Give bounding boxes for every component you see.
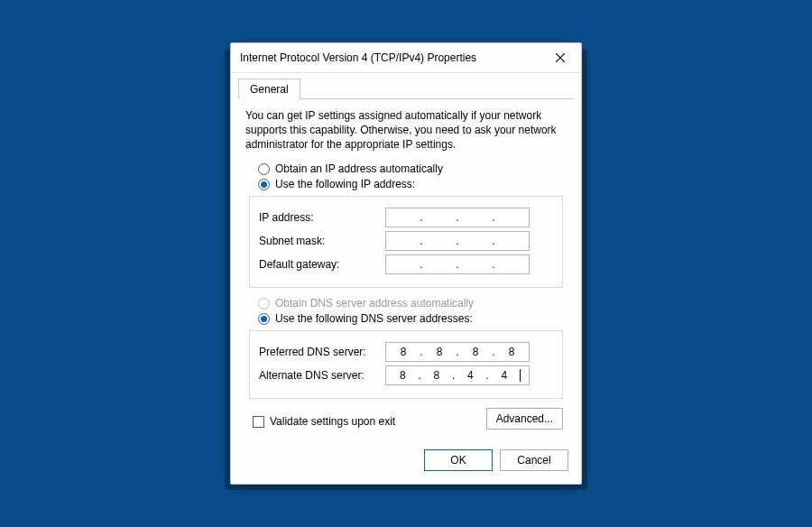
- alternate-dns-input[interactable]: 8. 8. 4. 4: [385, 365, 530, 385]
- radio-label: Obtain an IP address automatically: [275, 162, 443, 175]
- tabs: General: [238, 79, 574, 99]
- dialog-buttons: OK Cancel: [231, 440, 581, 484]
- radio-label: Obtain DNS server address automatically: [275, 297, 474, 310]
- dialog-body: You can get IP settings assigned automat…: [231, 99, 581, 441]
- titlebar: Internet Protocol Version 4 (TCP/IPv4) P…: [231, 43, 581, 73]
- ip-address-label: IP address:: [259, 211, 385, 224]
- tab-general[interactable]: General: [238, 79, 300, 99]
- radio-ip-auto[interactable]: Obtain an IP address automatically: [258, 162, 563, 175]
- radio-label: Use the following IP address:: [275, 178, 415, 190]
- default-gateway-label: Default gateway:: [259, 258, 385, 271]
- preferred-dns-input[interactable]: 8. 8. 8. 8: [385, 342, 530, 362]
- close-icon: [556, 53, 565, 62]
- preferred-dns-label: Preferred DNS server:: [259, 346, 385, 358]
- radio-icon: [258, 313, 270, 325]
- radio-icon: [258, 298, 270, 310]
- validate-checkbox-row[interactable]: Validate settings upon exit: [253, 415, 395, 428]
- radio-ip-manual[interactable]: Use the following IP address:: [258, 178, 563, 190]
- radio-dns-auto: Obtain DNS server address automatically: [258, 297, 563, 310]
- subnet-mask-label: Subnet mask:: [259, 235, 385, 247]
- text-cursor: [520, 369, 521, 382]
- ip-group: IP address: . . . Subnet mask: . . . D: [249, 196, 563, 288]
- properties-dialog: Internet Protocol Version 4 (TCP/IPv4) P…: [230, 42, 582, 485]
- radio-dns-manual[interactable]: Use the following DNS server addresses:: [258, 312, 563, 325]
- default-gateway-input[interactable]: . . .: [385, 254, 530, 274]
- radio-icon: [258, 163, 270, 175]
- radio-icon: [258, 179, 270, 190]
- ip-address-input[interactable]: . . .: [385, 208, 530, 227]
- cancel-button[interactable]: Cancel: [500, 449, 568, 471]
- subnet-mask-input[interactable]: . . .: [385, 231, 530, 251]
- validate-label: Validate settings upon exit: [270, 415, 395, 428]
- ok-button[interactable]: OK: [424, 449, 493, 471]
- checkbox-icon: [253, 416, 264, 428]
- advanced-button[interactable]: Advanced...: [486, 408, 563, 430]
- dns-group: Preferred DNS server: 8. 8. 8. 8 Alterna…: [249, 330, 563, 399]
- alternate-dns-label: Alternate DNS server:: [259, 369, 385, 382]
- close-button[interactable]: [549, 49, 572, 67]
- radio-label: Use the following DNS server addresses:: [275, 312, 473, 325]
- info-text: You can get IP settings assigned automat…: [245, 108, 567, 153]
- window-title: Internet Protocol Version 4 (TCP/IPv4) P…: [240, 51, 549, 64]
